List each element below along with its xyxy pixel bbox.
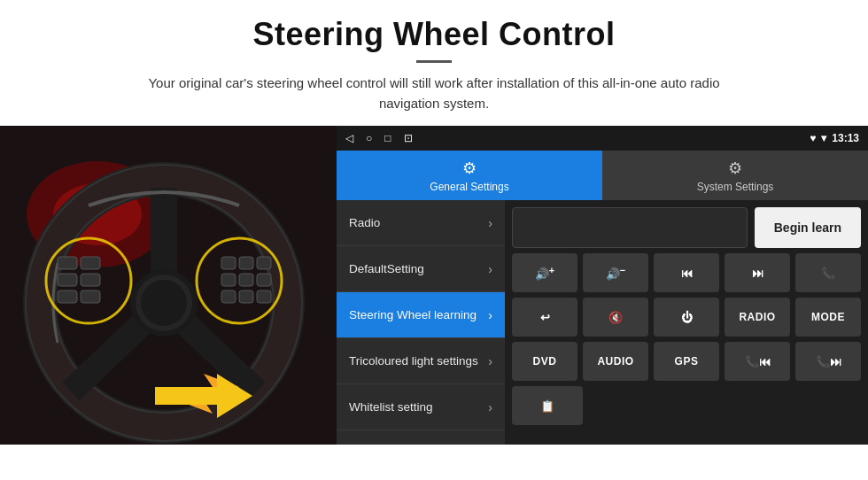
begin-learn-row: Begin learn [512,207,861,248]
svg-rect-18 [81,290,100,303]
call-next-icon: 📞⏭ [816,355,841,368]
list-icon: 📋 [540,399,554,413]
tab-system-label: System Settings [697,181,774,193]
next-track-button[interactable]: ⏭ [725,253,790,292]
volume-down-icon: 🔊− [606,265,625,281]
gps-label: GPS [675,355,699,368]
steering-wheel-image [0,126,337,445]
header-subtitle: Your original car's steering wheel contr… [133,74,735,113]
signal-icon: ▾ [821,132,826,144]
radio-button[interactable]: RADIO [725,298,790,337]
call-prev-button[interactable]: 📞⏮ [725,342,790,381]
status-bar: ◁ ○ □ ⊡ ♥ ▾ 13:13 [337,126,868,151]
radio-label: RADIO [739,311,775,323]
settings-item-tricoloured-label: Tricoloured light settings [349,354,478,368]
volume-up-button[interactable]: 🔊+ [512,253,577,292]
power-button[interactable]: ⏻ [654,298,719,337]
svg-rect-25 [257,274,271,286]
controls-row-4: 📋 [512,386,861,425]
call-end-icon: ↩ [540,311,550,324]
controls-panel: Begin learn 🔊+ 🔊− ⏮ [505,200,868,445]
chevron-icon-radio: › [488,216,492,230]
page-wrapper: Steering Wheel Control Your original car… [0,0,868,445]
settings-item-radio[interactable]: Radio › [337,200,505,246]
title-divider [416,60,452,63]
android-panel: ◁ ○ □ ⊡ ♥ ▾ 13:13 ⚙ General Settings [337,126,868,445]
clock: 13:13 [832,132,859,144]
controls-row-1: 🔊+ 🔊− ⏮ ⏭ 📞 [512,253,861,292]
settings-item-steering-label: Steering Wheel learning [349,308,477,321]
tab-general-settings[interactable]: ⚙ General Settings [337,151,602,200]
settings-list: Radio › DefaultSetting › Steering Wheel … [337,200,505,445]
svg-point-11 [141,280,187,326]
gps-button[interactable]: GPS [654,342,719,381]
settings-item-tricoloured[interactable]: Tricoloured light settings › [337,338,505,384]
tab-system-settings[interactable]: ⚙ System Settings [602,151,868,200]
volume-down-button[interactable]: 🔊− [583,253,648,292]
status-bar-nav-icons: ◁ ○ □ ⊡ [345,132,413,144]
chevron-icon-steering: › [488,308,492,322]
settings-item-default-label: DefaultSetting [349,262,424,275]
settings-item-steering-wheel[interactable]: Steering Wheel learning › [337,292,505,338]
chevron-icon-whitelist: › [488,400,492,414]
phone-icon: 📞 [821,267,835,280]
recents-nav-icon[interactable]: □ [384,132,391,144]
phone-call-button[interactable]: 📞 [795,253,861,292]
begin-learn-button[interactable]: Begin learn [755,207,861,248]
settings-item-radio-label: Radio [349,216,380,229]
main-content: ◁ ○ □ ⊡ ♥ ▾ 13:13 ⚙ General Settings [0,126,868,445]
apps-nav-icon[interactable]: ⊡ [404,132,413,144]
svg-rect-17 [58,290,77,303]
header-section: Steering Wheel Control Your original car… [0,0,868,126]
chevron-icon-tricoloured: › [488,354,492,368]
svg-rect-22 [257,257,271,269]
controls-row-2: ↩ 🔇 ⏻ RADIO MODE [512,298,861,337]
call-end-button[interactable]: ↩ [512,298,577,337]
svg-rect-28 [257,290,271,303]
power-icon: ⏻ [681,311,693,324]
prev-track-button[interactable]: ⏮ [654,253,719,292]
mute-button[interactable]: 🔇 [583,298,648,337]
mute-icon: 🔇 [608,311,623,324]
settings-item-whitelist[interactable]: Whitelist setting › [337,384,505,430]
prev-track-icon: ⏮ [681,267,693,280]
controls-row-3: DVD AUDIO GPS 📞⏮ 📞⏭ [512,342,861,381]
steering-input-field[interactable] [512,207,748,248]
call-prev-icon: 📞⏮ [745,355,771,368]
general-settings-icon: ⚙ [462,159,477,178]
chevron-icon-default: › [488,262,492,276]
audio-button[interactable]: AUDIO [583,342,648,381]
svg-rect-15 [58,274,77,286]
call-next-button[interactable]: 📞⏭ [795,342,861,381]
settings-item-default[interactable]: DefaultSetting › [337,246,505,292]
settings-item-whitelist-label: Whitelist setting [349,400,433,414]
tab-bar: ⚙ General Settings ⚙ System Settings [337,151,868,200]
home-nav-icon[interactable]: ○ [366,132,372,144]
audio-label: AUDIO [597,355,633,368]
location-icon: ♥ [810,132,816,144]
volume-up-icon: 🔊+ [535,265,554,281]
back-nav-icon[interactable]: ◁ [345,132,353,144]
svg-rect-13 [58,257,77,269]
svg-rect-26 [221,290,236,303]
next-track-icon: ⏭ [752,267,763,280]
svg-rect-27 [239,290,253,303]
mode-label: MODE [811,311,845,323]
svg-rect-23 [221,274,236,286]
svg-rect-16 [81,274,100,286]
svg-rect-20 [221,257,236,269]
svg-rect-24 [239,274,253,286]
status-bar-info: ♥ ▾ 13:13 [810,132,859,144]
tab-general-label: General Settings [430,181,508,193]
list-button[interactable]: 📋 [512,386,583,425]
svg-rect-21 [239,257,253,269]
page-title: Steering Wheel Control [18,16,850,53]
mode-button[interactable]: MODE [795,298,861,337]
settings-area: Radio › DefaultSetting › Steering Wheel … [337,200,868,445]
dvd-button[interactable]: DVD [512,342,577,381]
dvd-label: DVD [533,355,557,368]
svg-rect-14 [81,257,100,269]
system-settings-icon: ⚙ [728,159,742,178]
